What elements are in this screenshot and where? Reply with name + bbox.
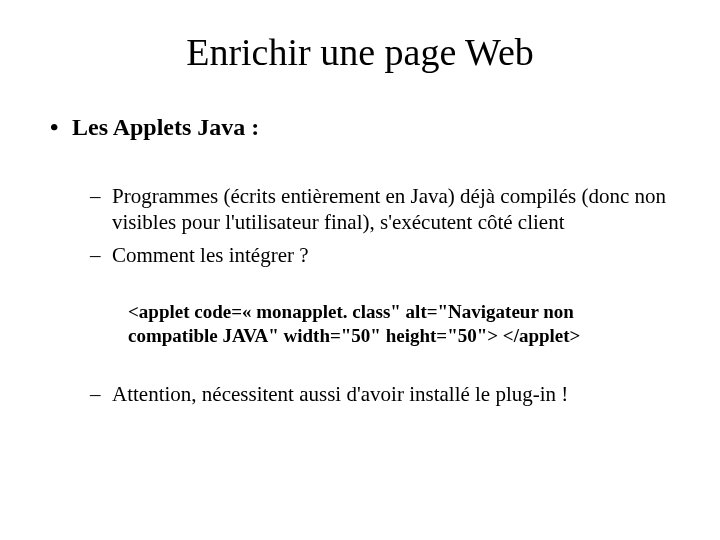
code-example: <applet code=« monapplet. class" alt="Na… [128,300,650,349]
slide-title: Enrichir une page Web [50,30,670,74]
bullet-level2: Comment les intégrer ? [90,242,670,268]
bullet-level2: Attention, nécessitent aussi d'avoir ins… [90,381,670,407]
slide: Enrichir une page Web Les Applets Java :… [0,0,720,540]
bullet-level1: Les Applets Java : [50,114,670,141]
bullet-level2: Programmes (écrits entièrement en Java) … [90,183,670,236]
